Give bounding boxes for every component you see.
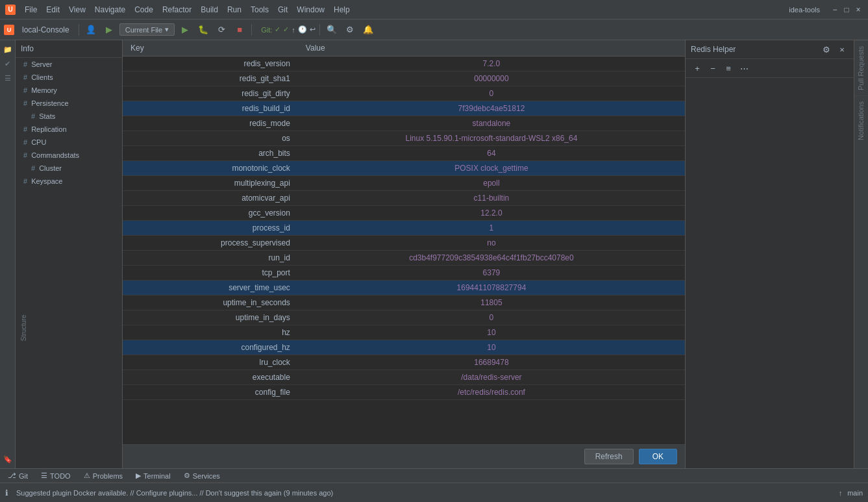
window-maximize[interactable]: □: [842, 5, 851, 14]
info-header-panel: Info: [16, 40, 122, 58]
table-cell-value: 00000000: [298, 71, 685, 86]
search-btn[interactable]: 🔍: [324, 22, 340, 38]
terminal-tab-label: Terminal: [143, 472, 171, 480]
side-icon-structure[interactable]: ☰: [1, 71, 14, 84]
left-side-icons: 📁 ✔ ☰ 🔖: [0, 40, 16, 468]
menu-git[interactable]: Git: [274, 4, 291, 16]
nav-server-label: Server: [31, 60, 52, 68]
refresh-button[interactable]: Refresh: [584, 449, 634, 464]
redis-helper-close[interactable]: ×: [836, 43, 849, 56]
bottom-toolbar: Refresh OK: [123, 444, 685, 468]
status-branch[interactable]: ↑: [839, 489, 843, 497]
table-cell-key: server_time_usec: [123, 281, 298, 295]
status-icon: ℹ: [5, 488, 8, 497]
table-row: gcc_version12.2.0: [123, 206, 685, 221]
menu-refactor[interactable]: Refactor: [158, 4, 195, 16]
tab-notifications[interactable]: Notifications: [854, 95, 869, 145]
side-icon-project[interactable]: 📁: [1, 43, 14, 56]
redis-remove-btn[interactable]: −: [706, 62, 719, 75]
nav-memory[interactable]: # Memory: [16, 84, 122, 97]
tab-problems[interactable]: ⚠ Problems: [81, 470, 125, 481]
problems-tab-label: Problems: [93, 472, 123, 480]
run-btn[interactable]: ▶: [177, 22, 193, 38]
menu-view[interactable]: View: [65, 4, 90, 16]
redis-align-btn[interactable]: ≡: [722, 62, 735, 75]
debug-btn[interactable]: 🐛: [195, 22, 211, 38]
current-file-label: Current File: [125, 26, 162, 34]
table-cell-value: cd3b4f977209c3854938e64c4f1fb27bcc4078e0: [298, 251, 685, 266]
menu-window[interactable]: Window: [293, 4, 329, 16]
table-row: executable/data/redis-server: [123, 370, 685, 385]
tab-terminal[interactable]: ▶ Terminal: [133, 470, 173, 481]
toolbar-btn-person[interactable]: 👤: [83, 22, 99, 38]
git-history: 🕐: [298, 25, 307, 34]
right-sidebar: Pull Requests Notifications: [854, 40, 868, 468]
stop-btn[interactable]: ■: [232, 22, 247, 38]
table-cell-key: gcc_version: [123, 206, 298, 221]
nav-stats-hash: #: [31, 112, 35, 120]
nav-commandstats[interactable]: # Commandstats: [16, 149, 122, 162]
menu-file[interactable]: File: [21, 4, 41, 16]
nav-replication[interactable]: # Replication: [16, 123, 122, 136]
nav-clients-label: Clients: [31, 73, 53, 81]
table-cell-value: 10: [298, 340, 685, 355]
table-row: run_idcd3b4f977209c3854938e64c4f1fb27bcc…: [123, 251, 685, 266]
table-container[interactable]: Key Value redis_version7.2.0redis_git_sh…: [123, 40, 685, 444]
tab-git[interactable]: ⎇ Git: [5, 470, 31, 481]
nav-cpu[interactable]: # CPU: [16, 136, 122, 149]
table-row: multiplexing_apiepoll: [123, 176, 685, 191]
menu-build[interactable]: Build: [197, 4, 222, 16]
redis-more-btn[interactable]: ⋯: [738, 62, 750, 75]
settings-btn[interactable]: ⚙: [342, 22, 358, 38]
coverage-btn[interactable]: ⟳: [214, 22, 229, 38]
dropdown-chevron: ▾: [165, 25, 169, 34]
table-cell-key: uptime_in_seconds: [123, 295, 298, 310]
menu-code[interactable]: Code: [130, 4, 157, 16]
tab-todo[interactable]: ☰ TODO: [38, 470, 73, 481]
info-title: Info: [21, 44, 34, 53]
nav-server[interactable]: # Server: [16, 58, 122, 71]
notifications-btn[interactable]: 🔔: [360, 22, 376, 38]
git-status: Git: ✓ ✓ ↑ 🕐 ↩: [261, 25, 316, 34]
menu-navigate[interactable]: Navigate: [91, 4, 129, 16]
table-row: config_file/etc/redis/redis.conf: [123, 385, 685, 400]
status-right: ↑ main: [839, 489, 863, 497]
nav-clients[interactable]: # Clients: [16, 71, 122, 84]
nav-keyspace[interactable]: # Keyspace: [16, 175, 122, 188]
services-tab-label: Services: [193, 472, 220, 480]
toolbar-btn-action[interactable]: ▶: [101, 22, 117, 38]
table-cell-key: tcp_port: [123, 266, 298, 281]
redis-helper-gear[interactable]: ⚙: [820, 43, 833, 56]
nav-stats[interactable]: # Stats: [16, 110, 122, 123]
git-icon: Git:: [261, 26, 272, 34]
table-cell-value: Linux 5.15.90.1-microsoft-standard-WSL2 …: [298, 131, 685, 146]
table-row: lru_clock16689478: [123, 355, 685, 370]
side-icon-bookmarks[interactable]: 🔖: [1, 453, 14, 466]
table-cell-key: redis_git_dirty: [123, 86, 298, 101]
toolbar-sep3: [319, 24, 320, 36]
tab-pull-requests[interactable]: Pull Requests: [854, 40, 869, 95]
current-file-dropdown[interactable]: Current File ▾: [119, 23, 175, 36]
table-cell-value: 10: [298, 325, 685, 340]
menu-tools[interactable]: Tools: [247, 4, 273, 16]
table-row: uptime_in_seconds11805: [123, 295, 685, 310]
table-row: osLinux 5.15.90.1-microsoft-standard-WSL…: [123, 131, 685, 146]
table-cell-value: no: [298, 236, 685, 251]
side-icon-vcs[interactable]: ✔: [1, 57, 14, 70]
redis-add-btn[interactable]: +: [691, 62, 704, 75]
window-close[interactable]: ×: [854, 5, 863, 14]
nav-clients-hash: #: [23, 73, 27, 81]
menu-help[interactable]: Help: [330, 4, 354, 16]
menu-run[interactable]: Run: [223, 4, 245, 16]
ok-button[interactable]: OK: [639, 449, 677, 464]
table-cell-value: /data/redis-server: [298, 370, 685, 385]
table-cell-value: c11-builtin: [298, 191, 685, 206]
nav-cluster[interactable]: # Cluster: [16, 162, 122, 175]
menu-edit[interactable]: Edit: [42, 4, 64, 16]
redis-helper-toolbar: + − ≡ ⋯: [686, 59, 854, 78]
table-cell-key: config_file: [123, 385, 298, 400]
window-minimize[interactable]: −: [830, 5, 839, 14]
table-row: arch_bits64: [123, 146, 685, 161]
nav-persistence[interactable]: # Persistence: [16, 97, 122, 110]
tab-services[interactable]: ⚙ Services: [181, 470, 223, 481]
